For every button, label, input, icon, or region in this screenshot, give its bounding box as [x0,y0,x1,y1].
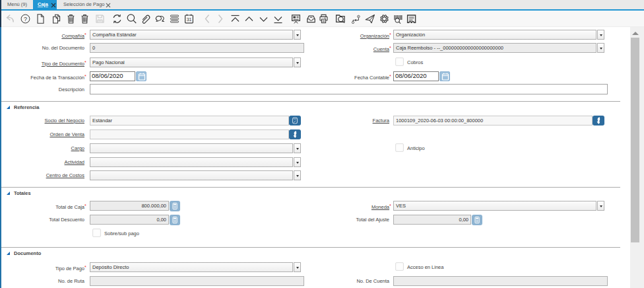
svg-text:?: ? [23,16,26,22]
svg-text:31: 31 [186,17,191,22]
